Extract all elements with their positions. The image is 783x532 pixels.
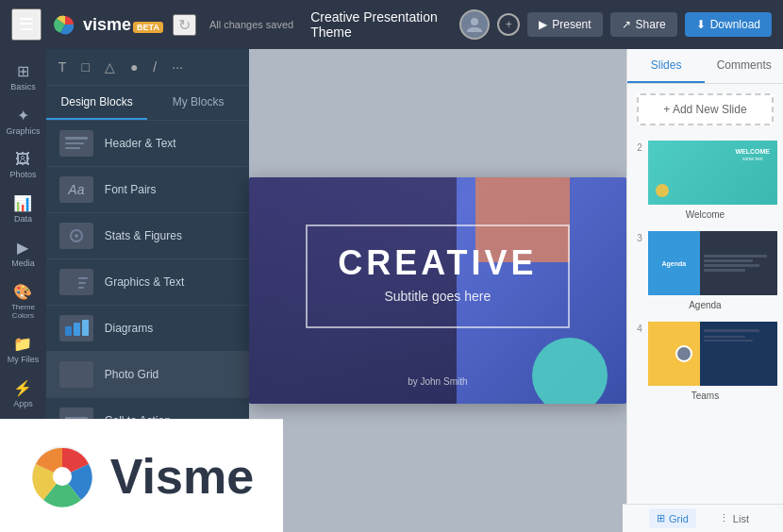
block-label: Header & Text bbox=[105, 137, 176, 150]
blocks-toolbar: T □ △ ● / ··· bbox=[46, 49, 249, 86]
block-item-stats[interactable]: Stats & Figures bbox=[46, 213, 249, 259]
slide-subtitle: Subtitle goes here bbox=[249, 289, 626, 304]
sidebar-item-basics[interactable]: ⊞ Basics bbox=[2, 57, 43, 97]
visme-logo-icon bbox=[51, 14, 79, 35]
sidebar-item-data[interactable]: 📊 Data bbox=[2, 189, 43, 229]
sidebar-item-theme-colors[interactable]: 🎨 Theme Colors bbox=[2, 277, 43, 325]
block-item-graphics-text[interactable]: Graphics & Text bbox=[46, 259, 249, 306]
stats-thumb bbox=[59, 223, 93, 249]
tab-design-blocks[interactable]: Design Blocks bbox=[46, 86, 148, 120]
tab-my-blocks[interactable]: My Blocks bbox=[147, 86, 249, 120]
slide-thumb-4[interactable]: 4 Teams bbox=[631, 320, 779, 401]
slide-shape-teal bbox=[532, 338, 608, 404]
slide-canvas[interactable]: CREATIVE Subtitle goes here by John Smit… bbox=[249, 177, 626, 404]
add-new-slide-button[interactable]: + Add New Slide bbox=[637, 93, 774, 125]
panel-tabs: Slides Comments bbox=[627, 49, 783, 84]
block-item-header-text[interactable]: Header & Text bbox=[46, 121, 249, 167]
topbar-actions: + ▶ Present ↗ Share ⬇ Download bbox=[459, 9, 772, 40]
slide-label-welcome: Welcome bbox=[686, 209, 725, 220]
slide-thumb-2[interactable]: 2 WELCOMEsome text Welcome bbox=[631, 139, 779, 220]
slide-number-2: 2 bbox=[631, 142, 642, 153]
block-item-photo-grid[interactable]: Photo Grid bbox=[46, 352, 249, 398]
sidebar-item-media[interactable]: ▶ Media bbox=[2, 233, 43, 274]
sidebar-item-photos[interactable]: 🖼 Photos bbox=[2, 145, 43, 185]
block-label: Font Pairs bbox=[105, 183, 157, 196]
media-icon: ▶ bbox=[17, 239, 28, 257]
svg-rect-15 bbox=[77, 367, 88, 374]
present-button[interactable]: ▶ Present bbox=[527, 12, 602, 37]
slide-number-4: 4 bbox=[631, 324, 642, 334]
my-files-icon: 📁 bbox=[13, 335, 32, 353]
slide-thumb-img-2: WELCOMEsome text bbox=[646, 139, 779, 207]
list-icon: ⋮ bbox=[719, 512, 729, 524]
share-button[interactable]: ↗ Share bbox=[610, 12, 677, 37]
slide-thumb-row-3: 3 Agenda bbox=[631, 229, 779, 297]
welcome-text: WELCOMEsome text bbox=[735, 148, 770, 161]
watermark-logo-icon bbox=[29, 443, 95, 509]
view-toggle-bar: ⊞ Grid ⋮ List bbox=[623, 504, 783, 532]
circle-tool[interactable]: ● bbox=[125, 57, 142, 77]
svg-rect-17 bbox=[77, 375, 88, 382]
beta-badge: BETA bbox=[133, 22, 163, 33]
more-tools[interactable]: ··· bbox=[167, 57, 188, 77]
tab-slides[interactable]: Slides bbox=[627, 49, 706, 83]
block-item-font-pairs[interactable]: Aa Font Pairs bbox=[46, 167, 249, 213]
apps-icon: ⚡ bbox=[13, 379, 32, 397]
theme-colors-icon: 🎨 bbox=[13, 283, 32, 301]
svg-rect-13 bbox=[82, 320, 89, 336]
block-label: Graphics & Text bbox=[105, 275, 184, 289]
grid-icon: ⊞ bbox=[657, 512, 665, 524]
sidebar-item-graphics[interactable]: ✦ Graphics bbox=[2, 101, 43, 141]
svg-rect-9 bbox=[78, 282, 86, 284]
blocks-tabs: Design Blocks My Blocks bbox=[46, 86, 249, 121]
svg-rect-8 bbox=[78, 277, 88, 279]
data-icon: 📊 bbox=[13, 194, 32, 212]
block-label: Diagrams bbox=[105, 322, 153, 335]
right-panel: Slides Comments + Add New Slide 2 WELCOM… bbox=[626, 49, 783, 532]
block-label: Photo Grid bbox=[105, 368, 158, 381]
text-tool[interactable]: T bbox=[54, 57, 72, 77]
watermark-overlay: Visme bbox=[0, 419, 283, 532]
grid-view-button[interactable]: ⊞ Grid bbox=[649, 508, 696, 528]
saved-status: All changes saved bbox=[209, 19, 293, 30]
logo-text: visme bbox=[83, 15, 131, 35]
agenda-right bbox=[700, 231, 777, 295]
slide-thumb-3[interactable]: 3 Agenda bbox=[631, 229, 779, 310]
user-avatar[interactable] bbox=[459, 9, 490, 40]
slide-thumb-row-2: 2 WELCOMEsome text bbox=[631, 139, 779, 207]
teams-right bbox=[700, 322, 777, 386]
graphics-icon: ✦ bbox=[17, 107, 29, 125]
agenda-left: Agenda bbox=[648, 231, 700, 295]
list-view-button[interactable]: ⋮ List bbox=[711, 508, 757, 528]
add-collaborator-button[interactable]: + bbox=[497, 13, 520, 36]
svg-rect-4 bbox=[65, 147, 80, 149]
svg-rect-12 bbox=[74, 323, 80, 336]
svg-rect-2 bbox=[65, 137, 88, 140]
tab-comments[interactable]: Comments bbox=[705, 49, 783, 83]
diagrams-thumb bbox=[59, 315, 93, 341]
sidebar-item-apps[interactable]: ⚡ Apps bbox=[2, 374, 43, 414]
svg-point-6 bbox=[75, 234, 78, 238]
rect-tool[interactable]: □ bbox=[76, 57, 93, 77]
svg-rect-7 bbox=[65, 274, 76, 290]
slide-thumb-img-3: Agenda bbox=[646, 229, 779, 297]
slide-author: by John Smith bbox=[249, 376, 626, 387]
photo-grid-thumb bbox=[59, 361, 93, 388]
undo-button[interactable]: ↻ bbox=[173, 14, 196, 36]
line-tool[interactable]: / bbox=[148, 57, 161, 77]
block-label: Stats & Figures bbox=[105, 229, 182, 242]
svg-point-1 bbox=[471, 18, 478, 25]
logo: visme BETA bbox=[51, 14, 163, 35]
share-icon: ↗ bbox=[622, 18, 631, 31]
slide-label-teams: Teams bbox=[691, 391, 719, 401]
svg-rect-11 bbox=[65, 326, 72, 336]
menu-button[interactable]: ☰ bbox=[11, 8, 42, 41]
teams-avatar bbox=[675, 345, 692, 362]
download-button[interactable]: ⬇ Download bbox=[685, 12, 772, 37]
slide-label-agenda: Agenda bbox=[689, 300, 721, 310]
font-pairs-thumb: Aa bbox=[59, 176, 93, 203]
header-text-thumb bbox=[59, 130, 93, 157]
triangle-tool[interactable]: △ bbox=[100, 57, 120, 77]
block-item-diagrams[interactable]: Diagrams bbox=[46, 306, 249, 352]
sidebar-item-my-files[interactable]: 📁 My Files bbox=[2, 329, 43, 370]
